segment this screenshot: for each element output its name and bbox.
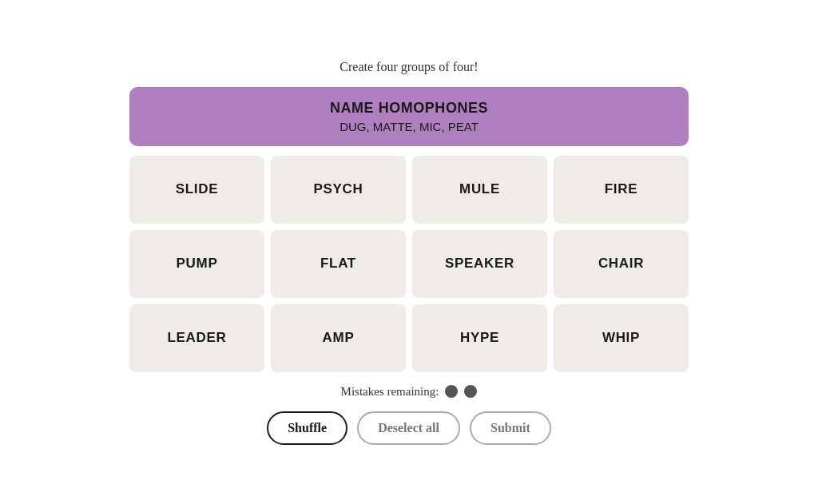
tile-psych[interactable]: PSYCH [271,156,406,224]
tile-leader[interactable]: LEADER [129,304,264,372]
tile-label-mule: MULE [459,181,500,197]
tile-flat[interactable]: FLAT [271,230,406,298]
solved-group-name-homophones: NAME HOMOPHONES DUG, MATTE, MIC, PEAT [129,87,689,146]
tile-label-fire: FIRE [605,181,637,197]
tile-slide[interactable]: SLIDE [129,156,264,224]
game-container: Create four groups of four! NAME HOMOPHO… [129,60,689,445]
shuffle-button[interactable]: Shuffle [267,411,347,445]
deselect-button[interactable]: Deselect all [357,411,460,445]
tile-label-slide: SLIDE [176,181,218,197]
mistakes-row: Mistakes remaining: [341,385,478,399]
tile-label-pump: PUMP [177,256,218,272]
tile-mule[interactable]: MULE [412,156,547,224]
mistake-dot-1 [445,385,458,398]
mistakes-label: Mistakes remaining: [341,385,439,399]
tile-label-speaker: SPEAKER [445,256,514,272]
tile-label-amp: AMP [323,330,355,346]
tile-grid: SLIDEPSYCHMULEFIREPUMPFLATSPEAKERCHAIRLE… [129,156,689,372]
tile-fire[interactable]: FIRE [554,156,689,224]
tile-speaker[interactable]: SPEAKER [412,230,547,298]
tile-whip[interactable]: WHIP [554,304,689,372]
tile-label-whip: WHIP [602,330,640,346]
tile-hype[interactable]: HYPE [412,304,547,372]
tile-label-hype: HYPE [460,330,499,346]
action-buttons: Shuffle Deselect all Submit [267,411,551,445]
solved-group-words: DUG, MATTE, MIC, PEAT [145,120,673,133]
page-subtitle: Create four groups of four! [340,60,478,74]
mistake-dot-2 [464,385,477,398]
tile-chair[interactable]: CHAIR [554,230,689,298]
tile-pump[interactable]: PUMP [129,230,264,298]
tile-label-psych: PSYCH [314,181,363,197]
solved-group-title: NAME HOMOPHONES [145,100,673,117]
submit-button[interactable]: Submit [470,411,551,445]
tile-label-flat: FLAT [320,256,356,272]
tile-label-chair: CHAIR [598,256,644,272]
tile-amp[interactable]: AMP [271,304,406,372]
tile-label-leader: LEADER [168,330,227,346]
